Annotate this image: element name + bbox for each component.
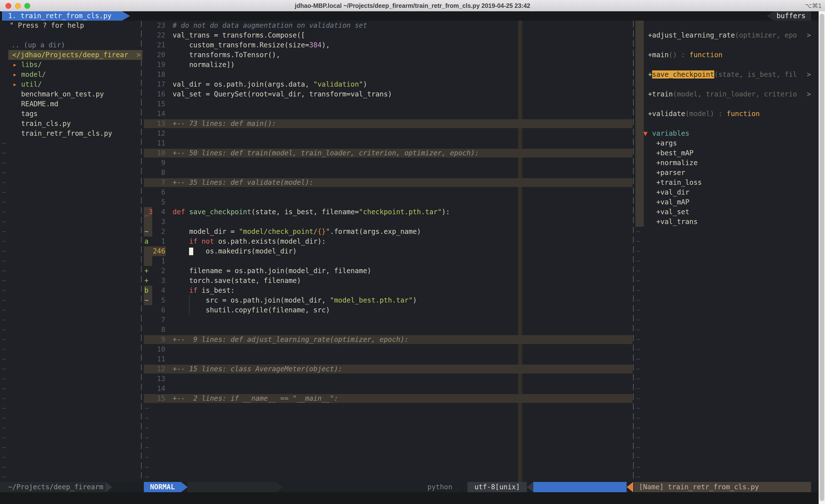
token-g: (optimizer, epo: [735, 31, 797, 39]
tagbar-item[interactable]: +train_loss: [648, 178, 702, 187]
tagbar-row[interactable]: [0, 80, 819, 89]
tilde-marker: ~: [636, 227, 640, 237]
scrollbar-thumb[interactable]: [820, 14, 824, 501]
tagbar-empty-line: ~: [0, 246, 819, 256]
tagbar-row[interactable]: [0, 21, 819, 30]
tagbar-item[interactable]: +parser: [648, 168, 685, 178]
titlebar[interactable]: jdhao-MBP.local ~/Projects/deep_firearm/…: [0, 0, 825, 11]
tagbar-row[interactable]: +val_set: [0, 207, 819, 217]
tagbar-row[interactable]: +train_loss: [0, 178, 819, 187]
tilde-marker: ~: [636, 364, 640, 374]
tagbar-empty-line: ~: [0, 394, 819, 403]
truncation-marker: >: [807, 30, 811, 40]
token-g: () :: [669, 51, 689, 59]
tagbar-empty-line: ~: [0, 315, 819, 325]
tagbar-row[interactable]: +save_checkpoint(state, is_best, fil>: [0, 70, 819, 80]
tilde-marker: ~: [636, 305, 640, 315]
tagbar-item[interactable]: +adjust_learning_rate(optimizer, epo: [648, 30, 797, 40]
tagbar-row[interactable]: +parser: [0, 168, 819, 178]
tilde-marker: ~: [636, 384, 640, 394]
tagbar-empty-line: ~: [0, 256, 819, 266]
tilde-marker: ~: [636, 433, 640, 443]
truncation-marker: >: [807, 70, 811, 80]
tagbar-row[interactable]: ▼variables: [0, 129, 819, 139]
tagbar-empty-line: ~: [0, 354, 819, 364]
statusline-filename-segment: train_retr_from_cls.py python: [283, 482, 461, 492]
tagbar-item[interactable]: +val_set: [648, 207, 689, 217]
tilde-marker: ~: [636, 403, 640, 413]
tagbar-empty-line: ~: [0, 364, 819, 374]
token-d: +parser: [648, 169, 685, 177]
tilde-marker: ~: [636, 266, 640, 276]
tagbar-row[interactable]: +main() : function: [0, 50, 819, 60]
tagbar-item[interactable]: +normalize: [648, 158, 697, 168]
powerline-separator-icon: [461, 482, 468, 492]
tilde-marker: ~: [636, 296, 640, 305]
tagbar-row[interactable]: [0, 99, 819, 109]
statusline-tagbar-name: [Name] train_retr_from_cls.py: [634, 482, 811, 492]
powerline-separator-icon: [277, 482, 283, 492]
tagbar-empty-line: ~: [0, 296, 819, 305]
tagbar-empty-line: ~: [0, 423, 819, 433]
token-d: +best_mAP: [648, 149, 693, 157]
tabline-buffers-label[interactable]: buffers: [766, 11, 811, 21]
statusline-tail: [811, 482, 819, 492]
tagbar-empty-line: ~: [0, 472, 819, 482]
tagbar-empty-line: ~: [0, 443, 819, 452]
tagbar-kind-variables[interactable]: variables: [652, 129, 689, 139]
tilde-marker: ~: [636, 325, 640, 335]
statusline-filetype: python: [428, 482, 452, 492]
tagbar-row[interactable]: [0, 119, 819, 129]
tilde-marker: ~: [636, 246, 640, 256]
statusline: ~/Projects/deep_firearm NORMAL +8 ~3 -3 …: [0, 482, 825, 492]
tagbar-row[interactable]: +train(model, train_loader, criterio>: [0, 89, 819, 99]
tagbar-item[interactable]: +val_dir: [648, 187, 689, 197]
tagbar-row[interactable]: +adjust_learning_rate(optimizer, epo>: [0, 30, 819, 40]
tab-train-retr-from-cls[interactable]: 1. train_retr_from_cls.py: [2, 11, 130, 21]
tilde-marker: ~: [636, 276, 640, 285]
tagbar-row[interactable]: +val_trans: [0, 217, 819, 227]
tagbar-row[interactable]: [0, 60, 819, 70]
tagbar-empty-line: ~: [0, 237, 819, 246]
tagbar-row[interactable]: +args: [0, 139, 819, 148]
token-d: +normalize: [648, 159, 697, 167]
tagbar-row[interactable]: [0, 40, 819, 50]
token-d: +adjust_learning_rate: [648, 31, 735, 39]
tilde-marker: ~: [636, 354, 640, 364]
tagbar-row[interactable]: +val_dir: [0, 187, 819, 197]
tagbar-item[interactable]: +main() : function: [648, 50, 722, 60]
tagbar-item[interactable]: +args: [648, 139, 677, 148]
vim-command-line[interactable]: [0, 492, 825, 504]
tagbar-item[interactable]: +val_trans: [648, 217, 697, 227]
token-g: (state, is_best, fil: [714, 70, 797, 79]
tilde-marker: ~: [636, 443, 640, 452]
tagbar-item[interactable]: +best_mAP: [648, 148, 693, 158]
vim-tabline: 1. train_retr_from_cls.py buffers: [0, 11, 825, 21]
tagbar-item[interactable]: +validate(model) : function: [648, 109, 760, 119]
tagbar-empty-line: ~: [0, 285, 819, 296]
tagbar-empty-line: ~: [0, 403, 819, 413]
tagbar-empty-line: ~: [0, 266, 819, 276]
tagbar-item[interactable]: +save_checkpoint(state, is_best, fil: [648, 70, 797, 80]
token-d: +main: [648, 51, 669, 59]
tagbar-item[interactable]: +train(model, train_loader, criterio: [648, 89, 797, 99]
statusline-mode: NORMAL: [144, 482, 181, 492]
tagbar-row[interactable]: +validate(model) : function: [0, 109, 819, 119]
tagbar-empty-line: ~: [0, 374, 819, 384]
tilde-marker: ~: [636, 256, 640, 266]
statusline-git-segment: +8 ~3 -3 master: [188, 482, 277, 492]
tagbar-row[interactable]: +normalize: [0, 158, 819, 168]
fold-open-icon[interactable]: ▼: [643, 129, 648, 139]
tilde-marker: ~: [636, 237, 640, 246]
tilde-marker: ~: [636, 423, 640, 433]
token-g: (model, train_loader, criterio: [673, 90, 797, 98]
window-title: jdhao-MBP.local ~/Projects/deep_firearm/…: [0, 0, 825, 11]
window-shortcut-badge: ⌥⌘1: [805, 0, 822, 11]
tilde-marker: ~: [636, 315, 640, 325]
powerline-separator-icon: [181, 482, 188, 492]
tilde-marker: ~: [636, 285, 640, 296]
tagbar-row[interactable]: +best_mAP: [0, 148, 819, 158]
scrollbar-track[interactable]: [819, 11, 825, 504]
tagbar-item[interactable]: +val_mAP: [648, 197, 689, 207]
tagbar-row[interactable]: +val_mAP: [0, 197, 819, 207]
